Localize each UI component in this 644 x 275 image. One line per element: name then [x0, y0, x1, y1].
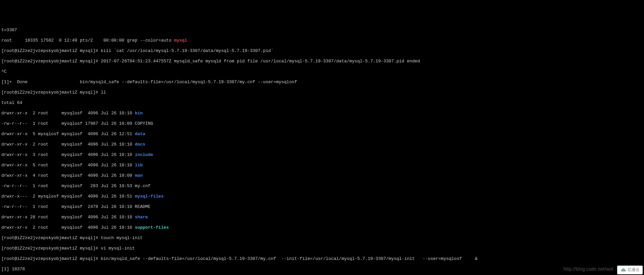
ls-line: drwxr-xr-x 5 root mysqlosf 4096 Jul 26 1… — [1, 163, 643, 168]
watermark-url: http://blog.csdn.net/wol — [564, 267, 613, 272]
prompt-line: [root@iZ2ze2jvzepskyobjmavtiZ mysql]# bi… — [1, 256, 643, 262]
ls-line: drwxr-xr-x 4 root mysqlosf 4096 Jul 26 1… — [1, 173, 643, 178]
cloud-icon — [620, 268, 626, 272]
dir-name: docs — [135, 142, 145, 147]
dir-name: data — [135, 131, 145, 136]
grep-match: mysql — [174, 38, 187, 43]
output-line: t=3307 — [1, 28, 643, 33]
ls-line: drwxr-xr-x 2 root mysqlosf 4096 Jul 26 1… — [1, 111, 643, 116]
ls-line: -rw-r--r-- 1 root mysqlosf 283 Jul 26 10… — [1, 183, 643, 189]
ls-line: drwxr-x--- 2 mysqlosf mysqlosf 4096 Jul … — [1, 194, 643, 199]
ls-line: drwxr-xr-x 5 mysqlosf mysqlosf 4096 Jul … — [1, 131, 643, 137]
prompt-line: [root@iZ2ze2jvzepskyobjmavtiZ mysql]# ki… — [1, 48, 643, 54]
dir-name: support-files — [135, 225, 169, 230]
output-line: ^C — [1, 69, 643, 74]
prompt-line: [root@iZ2ze2jvzepskyobjmavtiZ mysql]# ll — [1, 90, 643, 95]
dir-name: bin — [135, 111, 143, 116]
prompt-line: [root@iZ2ze2jvzepskyobjmavtiZ mysql]# 20… — [1, 59, 643, 64]
ls-line: -rw-r--r-- 1 root mysqlosf 17987 Jul 26 … — [1, 121, 643, 126]
dir-name: lib — [135, 163, 143, 168]
dir-name: mysql-files — [135, 194, 164, 199]
output-line: [1] 18378 — [1, 267, 643, 272]
ps-output: root 18335 17582 0 12:49 pts/2 00:00:00 … — [1, 38, 643, 43]
ls-line: -rw-r--r-- 1 root mysqlosf 2478 Jul 26 1… — [1, 204, 643, 210]
prompt-line: [root@iZ2ze2jvzepskyobjmavtiZ mysql]# to… — [1, 235, 643, 241]
output-line: [1]+ Done bin/mysqld_safe --defaults-fil… — [1, 79, 643, 85]
prompt-line: [root@iZ2ze2jvzepskyobjmavtiZ mysql]# vi… — [1, 246, 643, 251]
terminal-output[interactable]: t=3307 root 18335 17582 0 12:49 pts/2 00… — [1, 22, 643, 275]
dir-name: share — [135, 215, 148, 220]
ls-line: drwxr-xr-x 2 root mysqlosf 4096 Jul 26 1… — [1, 142, 643, 147]
ls-line: drwxr-xr-x 3 root mysqlosf 4096 Jul 26 1… — [1, 152, 643, 158]
watermark-badge: 亿速云 — [617, 266, 643, 274]
ls-line: drwxr-xr-x 28 root mysqlosf 4096 Jul 26 … — [1, 215, 643, 220]
output-line: total 64 — [1, 100, 643, 106]
watermark-badge-text: 亿速云 — [628, 267, 640, 273]
dir-name: man — [135, 173, 143, 178]
dir-name: include — [135, 152, 153, 157]
ls-line: drwxr-xr-x 2 root mysqlosf 4096 Jul 26 1… — [1, 225, 643, 230]
